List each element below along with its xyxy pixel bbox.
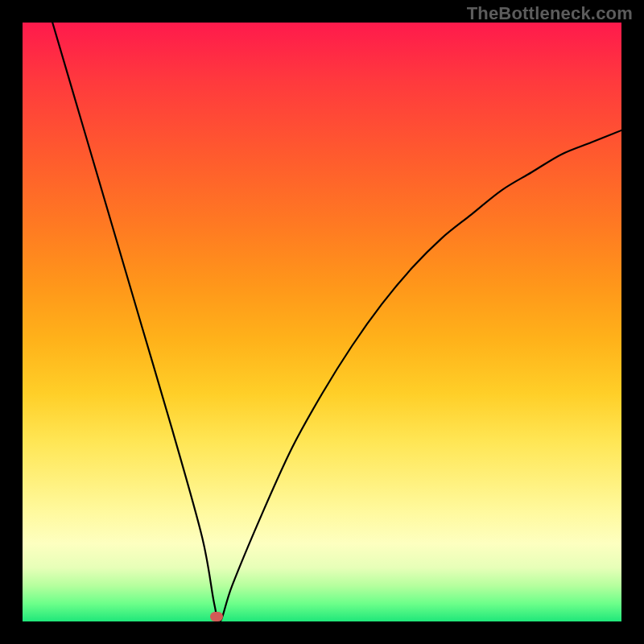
watermark-text: TheBottleneck.com: [467, 3, 633, 24]
optimum-marker: [210, 612, 223, 621]
plot-area: [23, 23, 621, 621]
chart-frame: TheBottleneck.com: [0, 0, 644, 644]
